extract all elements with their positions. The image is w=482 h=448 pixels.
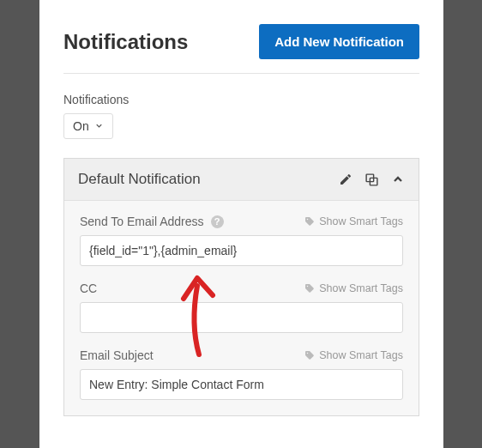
help-icon[interactable]: ? [211,215,224,228]
card-title: Default Notification [78,171,339,188]
tag-icon [304,350,315,360]
notifications-toggle[interactable]: On [63,113,113,139]
send-to-input[interactable] [80,235,403,266]
page-title: Notifications [63,30,188,54]
chevron-down-icon [94,119,104,133]
notifications-panel: Notifications Add New Notification Notif… [39,0,443,448]
notification-card: Default Notification Send To Email Addre… [63,158,419,416]
subject-label: Email Subject [80,348,154,362]
smart-tags-text-cc: Show Smart Tags [319,282,403,294]
toggle-label: Notifications [63,93,419,106]
cc-row: CC Show Smart Tags [80,282,403,295]
card-actions [339,173,405,187]
show-smart-tags-link-subject[interactable]: Show Smart Tags [304,349,403,361]
send-to-row: Send To Email Address ? Show Smart Tags [80,215,403,228]
edit-icon[interactable] [339,173,352,186]
add-notification-button[interactable]: Add New Notification [259,24,419,59]
show-smart-tags-link[interactable]: Show Smart Tags [304,215,403,227]
chevron-up-icon[interactable] [391,173,405,186]
smart-tags-text: Show Smart Tags [319,215,403,227]
subject-row: Email Subject Show Smart Tags [80,348,403,362]
subject-input[interactable] [80,369,403,400]
tag-icon [304,216,315,227]
toggle-value: On [73,119,89,133]
card-header: Default Notification [64,159,419,201]
send-to-label: Send To Email Address ? [80,215,224,228]
duplicate-icon[interactable] [365,173,379,187]
smart-tags-text-subject: Show Smart Tags [319,349,403,361]
card-body: Send To Email Address ? Show Smart Tags … [64,201,419,415]
panel-header: Notifications Add New Notification [63,24,419,74]
send-to-label-text: Send To Email Address [80,215,204,228]
cc-input[interactable] [80,302,403,333]
tag-icon [304,283,315,294]
cc-label: CC [80,282,97,295]
show-smart-tags-link-cc[interactable]: Show Smart Tags [304,282,403,294]
